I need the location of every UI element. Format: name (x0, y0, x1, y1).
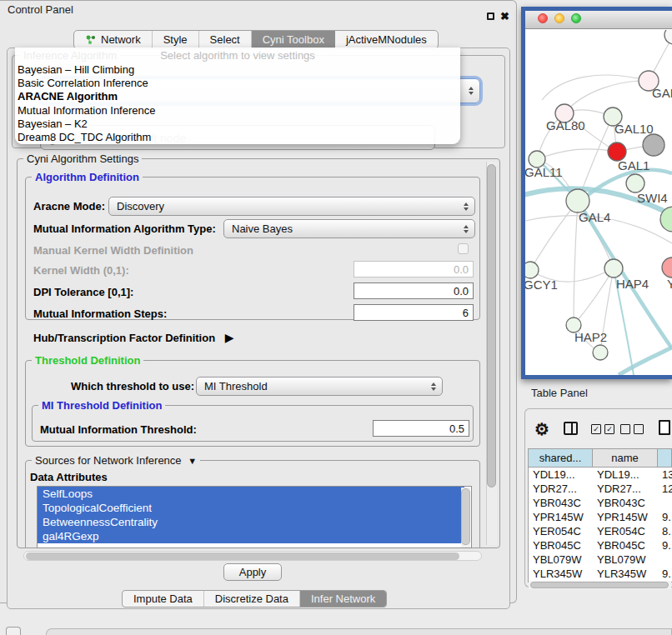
data-attribute-item[interactable]: BetweennessCentrality (38, 515, 464, 529)
unchecked-box-icon (620, 424, 630, 434)
collapse-down-icon[interactable]: ▼ (188, 456, 197, 466)
table-row[interactable]: YPR145WYPR145W9. (529, 510, 672, 524)
network-node[interactable] (593, 345, 608, 360)
algorithm-dropdown-list: Select algorithm to view settings Bayesi… (15, 48, 460, 144)
algorithm-option[interactable]: Bayesian – Hill Climbing (15, 63, 460, 77)
column-header-name[interactable]: name (593, 449, 658, 467)
mi-threshold-label: Mutual Information Threshold: (40, 423, 197, 436)
network-node[interactable] (662, 258, 672, 278)
dpi-tolerance-field[interactable]: 0.0 (354, 282, 474, 299)
column-header-partial[interactable] (658, 449, 672, 467)
zoom-traffic-light-icon[interactable] (571, 13, 581, 23)
algorithm-option[interactable]: Mutual Information Inference (15, 104, 460, 118)
network-node[interactable] (626, 174, 644, 192)
bottom-mini-button[interactable] (6, 627, 21, 635)
mi-steps-label: Mutual Information Steps: (33, 308, 167, 320)
tab-jactivemnodules[interactable]: jActiveMNodules (335, 31, 438, 48)
network-node[interactable] (604, 259, 623, 278)
settings-scrollbar-thumb[interactable] (487, 164, 496, 488)
data-attributes-list[interactable]: SelfLoopsTopologicalCoefficientBetweenne… (37, 486, 472, 548)
network-node[interactable] (643, 134, 664, 156)
data-attribute-item[interactable]: TopologicalCoefficient (38, 501, 464, 515)
algorithm-definition-title: Algorithm Definition (32, 171, 143, 183)
checked-box-icon: ✓ (591, 424, 601, 434)
attributes-scrollbar-thumb[interactable] (461, 488, 470, 545)
combo-spinner-icon (464, 202, 469, 211)
split-columns-icon[interactable] (564, 422, 578, 435)
deselect-all-columns-icon[interactable] (620, 424, 644, 434)
algorithm-option[interactable]: Basic Correlation Inference (15, 77, 460, 90)
select-all-columns-icon[interactable]: ✓ ✓ (591, 424, 614, 434)
tab-label: Select (210, 33, 240, 46)
network-node-label: HAP2 (574, 330, 607, 344)
table-cell: YBL079W (593, 552, 658, 567)
combo-spinner-icon (464, 225, 469, 233)
table-row[interactable]: YBR043CYBR043C (529, 496, 672, 510)
float-window-icon[interactable] (487, 12, 494, 20)
hub-definition-toggle[interactable]: Hub/Transcription Factor Definition ▶ (33, 331, 234, 344)
table-cell: YBR043C (529, 496, 593, 510)
minimize-traffic-light-icon[interactable] (554, 13, 564, 23)
network-node-label: GAL1 (618, 158, 649, 172)
table-row[interactable]: YDL19...YDL19...13 (529, 468, 672, 482)
dropdown-options: Bayesian – Hill ClimbingBasic Correlatio… (15, 63, 460, 144)
table-row[interactable]: YLR345WYLR345W9. (529, 567, 672, 581)
algorithm-option[interactable]: Dream8 DC_TDC Algorithm (15, 131, 460, 144)
tab-cyni-toolbox[interactable]: Cyni Toolbox (252, 31, 335, 48)
network-canvas[interactable]: GALGAL80GAL10GAL1GAL11SWI4GAL4GCY1HAP4YH… (525, 30, 672, 375)
table-cell: YLR345W (593, 567, 658, 581)
table-cell: 9. (658, 567, 672, 581)
dpi-tolerance-label: DPI Tolerance [0,1]: (33, 286, 133, 298)
expand-right-icon[interactable]: ▶ (225, 331, 234, 344)
aracne-mode-select[interactable]: Discovery (108, 197, 475, 216)
data-attributes-label: Data Attributes (30, 471, 108, 483)
manual-kernel-width-checkbox[interactable] (458, 243, 469, 254)
table-cell: YDR27... (529, 482, 593, 496)
table-cell: YLR345W (529, 567, 593, 581)
table-cell: YER054C (593, 524, 658, 538)
mi-steps-field[interactable]: 6 (354, 304, 474, 321)
which-threshold-value: MI Threshold (204, 380, 268, 392)
column-header-shared-name[interactable]: shared... (529, 449, 593, 467)
settings-gear-icon[interactable]: ⚙ (534, 419, 549, 439)
table-row[interactable]: YER054CYER054C8. (529, 524, 672, 538)
mi-threshold-field[interactable]: 0.5 (373, 420, 469, 437)
close-traffic-light-icon[interactable] (538, 13, 548, 23)
network-node[interactable] (525, 262, 539, 278)
network-node[interactable] (664, 30, 672, 44)
network-node[interactable] (566, 189, 589, 212)
mi-algorithm-type-label: Mutual Information Algorithm Type: (33, 222, 216, 235)
data-attribute-item[interactable]: gal4RGexp (38, 529, 464, 543)
mi-threshold-group-title: MI Threshold Definition (38, 399, 165, 412)
tab-select[interactable]: Select (199, 31, 252, 48)
tab-discretize-data[interactable]: Discretize Data (204, 591, 300, 607)
tab-impute-data[interactable]: Impute Data (123, 591, 204, 607)
network-node-label: SWI4 (637, 191, 668, 205)
table-row[interactable]: YBL079WYBL079W (529, 552, 672, 567)
table-cell: YBR045C (529, 538, 593, 552)
table-horizontal-thumb[interactable] (530, 582, 669, 588)
table-cell: YPR145W (593, 510, 658, 524)
mi-algorithm-type-select[interactable]: Naive Bayes (223, 219, 475, 238)
kernel-width-field[interactable]: 0.0 (354, 261, 474, 278)
control-panel-title: Control Panel (0, 0, 517, 20)
table-row[interactable]: YDR27...YDR27...12 (529, 482, 672, 496)
tab-network[interactable]: Network (74, 31, 153, 48)
data-attribute-item[interactable]: SelfLoops (38, 487, 464, 501)
apply-button[interactable]: Apply (223, 563, 282, 581)
tab-style[interactable]: Style (153, 31, 199, 48)
sources-group-title[interactable]: Sources for Network Inference ▼ (32, 454, 200, 467)
table-row[interactable]: YBR045CYBR045C9. (529, 538, 672, 552)
table-cell (658, 552, 672, 567)
bottom-tabbar: Impute Data Discretize Data Infer Networ… (122, 590, 387, 608)
settings-horizontal-thumb[interactable] (26, 552, 459, 560)
close-icon[interactable]: ✖ (500, 10, 509, 22)
table-cell: YBL079W (529, 552, 593, 567)
algorithm-option[interactable]: ARACNE Algorithm (15, 90, 460, 103)
algorithm-option[interactable]: Bayesian – K2 (15, 118, 460, 131)
which-threshold-select[interactable]: MI Threshold (196, 377, 443, 396)
new-page-icon[interactable] (659, 420, 670, 435)
network-node-label: GAL11 (525, 165, 563, 179)
tab-infer-network[interactable]: Infer Network (300, 591, 386, 607)
network-node-label: GAL (652, 86, 672, 100)
